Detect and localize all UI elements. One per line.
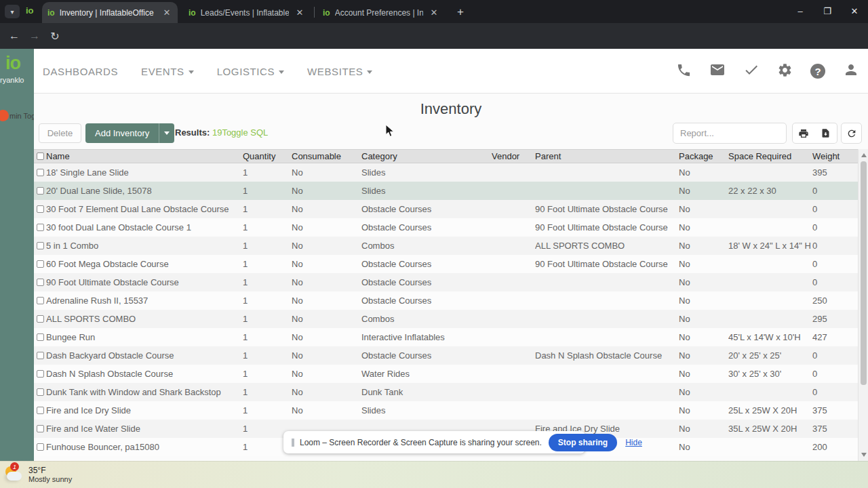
table-row[interactable]: 20' Dual Lane Slide, 15078 1 No Slides N… [34, 182, 858, 200]
results-count: 19 [212, 127, 222, 138]
export-button[interactable] [814, 123, 837, 144]
tab-inventory[interactable]: io Inventory | InflatableOffice ✕ [42, 2, 178, 23]
cell-space-required: 18' W x 24" L x 14" H [728, 241, 812, 251]
col-space-required[interactable]: Space Required [728, 151, 812, 161]
scroll-down-icon[interactable] [861, 453, 867, 457]
table-row[interactable]: Bungee Run 1 No Interactive Inflatables … [34, 328, 858, 346]
toggle-sql-link[interactable]: Toggle SQL [222, 127, 268, 138]
tab-search-chevron-icon[interactable]: ▾ [5, 5, 20, 18]
page-scrollbar[interactable] [858, 149, 868, 461]
select-all-checkbox[interactable] [37, 152, 44, 160]
admin-toggle-label[interactable]: min Tog [9, 112, 34, 120]
col-parent[interactable]: Parent [535, 151, 679, 161]
phone-icon[interactable] [676, 62, 692, 81]
nav-websites[interactable]: WEBSITES [307, 66, 372, 77]
pinned-tab-favicon[interactable]: io [26, 5, 34, 16]
table-row[interactable]: Dunk Tank with Window and Shark Backstop… [34, 383, 858, 401]
report-input[interactable] [673, 123, 787, 144]
weather-widget[interactable]: 1 35°F Mostly sunny [4, 464, 72, 485]
account-icon[interactable] [843, 62, 859, 81]
table-row[interactable]: Dash N Splash Obstacle Course 1 No Water… [34, 365, 858, 383]
reload-button[interactable]: ↻ [47, 28, 62, 43]
cell-quantity: 1 [243, 369, 292, 379]
mail-icon[interactable] [709, 62, 726, 81]
minimize-button[interactable]: – [787, 0, 814, 22]
cell-quantity: 1 [243, 259, 292, 269]
nav-events[interactable]: EVENTS [141, 66, 194, 77]
io-logo[interactable]: io [5, 53, 20, 74]
tab-account-preferences[interactable]: io Account Preferences | Inflatable ✕ [317, 2, 445, 23]
col-name[interactable]: Name [46, 151, 243, 161]
table-row[interactable]: 90 Foot Ultimate Obstacle Course 1 No Ob… [34, 273, 858, 291]
table-row[interactable]: Adrenaline Rush II, 15537 1 No Obstacle … [34, 291, 858, 310]
row-checkbox[interactable] [37, 333, 44, 341]
table-row[interactable]: 30 Foot 7 Element Dual Lane Obstacle Cou… [34, 200, 858, 218]
row-checkbox[interactable] [37, 169, 44, 176]
table-row[interactable]: Dash Backyard Obstacle Course 1 No Obsta… [34, 346, 858, 365]
close-button[interactable]: ✕ [841, 0, 868, 22]
delete-button[interactable]: Delete [39, 123, 81, 143]
chevron-down-icon [279, 70, 284, 74]
scrollbar-thumb[interactable] [861, 161, 867, 385]
cell-consumable: No [292, 167, 361, 178]
row-checkbox[interactable] [37, 224, 44, 231]
back-button[interactable]: ← [7, 28, 22, 43]
print-button[interactable] [792, 123, 815, 144]
cell-package: No [679, 167, 728, 178]
table-row[interactable]: Fire and Ice Dry Slide 1 No Slides No 25… [34, 401, 858, 420]
col-consumable[interactable]: Consumable [292, 151, 361, 161]
cell-weight: 0 [812, 241, 858, 251]
tab-leads-events[interactable]: io Leads/Events | InflatableOffice ✕ [183, 2, 311, 23]
row-checkbox[interactable] [37, 279, 44, 286]
row-checkbox[interactable] [37, 187, 44, 195]
admin-toggle-dot[interactable] [0, 110, 9, 121]
table-row[interactable]: 18' Single Lane Slide 1 No Slides No 395 [34, 163, 858, 182]
forward-button[interactable]: → [27, 28, 42, 43]
row-checkbox[interactable] [37, 260, 44, 268]
row-checkbox[interactable] [37, 388, 44, 396]
row-checkbox[interactable] [37, 407, 44, 414]
check-icon[interactable] [743, 62, 760, 81]
refresh-button[interactable] [841, 123, 862, 144]
col-package[interactable]: Package [679, 151, 728, 161]
col-vendor[interactable]: Vendor [492, 151, 535, 161]
nav-logistics[interactable]: LOGISTICS [217, 66, 284, 77]
loom-message: Loom – Screen Recorder & Screen Capture … [300, 438, 542, 447]
col-category[interactable]: Category [361, 151, 492, 161]
results-area: Results: 19Toggle SQL [175, 127, 268, 138]
row-checkbox[interactable] [37, 352, 44, 359]
cell-weight: 0 [812, 259, 858, 269]
hide-link[interactable]: Hide [625, 438, 642, 447]
cell-quantity: 1 [243, 277, 292, 287]
tab-close-icon[interactable]: ✕ [429, 7, 439, 18]
table-row[interactable]: 5 in 1 Combo 1 No Combos ALL SPORTS COMB… [34, 237, 858, 255]
row-checkbox[interactable] [37, 297, 44, 304]
help-icon[interactable]: ? [810, 64, 825, 79]
refresh-icon [846, 128, 857, 139]
col-quantity[interactable]: Quantity [243, 151, 292, 161]
scroll-up-icon[interactable] [861, 153, 867, 157]
cell-package: No [679, 277, 728, 287]
add-inventory-button[interactable]: Add Inventory [85, 123, 159, 143]
row-checkbox[interactable] [37, 425, 44, 432]
add-inventory-dropdown[interactable] [159, 123, 174, 143]
table-row[interactable]: 30 foot Dual Lane Obstacle Course 1 1 No… [34, 218, 858, 237]
row-checkbox[interactable] [37, 370, 44, 378]
row-checkbox[interactable] [37, 443, 44, 451]
row-checkbox[interactable] [37, 205, 44, 213]
cell-name: Fire and Ice Dry Slide [46, 405, 243, 415]
tab-close-icon[interactable]: ✕ [294, 7, 305, 18]
cell-category: Slides [361, 167, 492, 178]
col-weight[interactable]: Weight [812, 151, 858, 161]
restore-button[interactable]: ❐ [814, 0, 841, 22]
cell-quantity: 1 [243, 204, 292, 214]
new-tab-button[interactable]: + [453, 5, 468, 20]
gear-icon[interactable] [777, 62, 793, 81]
table-row[interactable]: ALL SPORTS COMBO 1 No Combos No 295 [34, 310, 858, 328]
tab-close-icon[interactable]: ✕ [161, 7, 172, 18]
row-checkbox[interactable] [37, 315, 44, 323]
nav-dashboards[interactable]: DASHBOARDS [43, 66, 118, 77]
stop-sharing-button[interactable]: Stop sharing [549, 434, 617, 451]
table-row[interactable]: 60 Foot Mega Obstacle Course 1 No Obstac… [34, 255, 858, 273]
row-checkbox[interactable] [37, 242, 44, 249]
